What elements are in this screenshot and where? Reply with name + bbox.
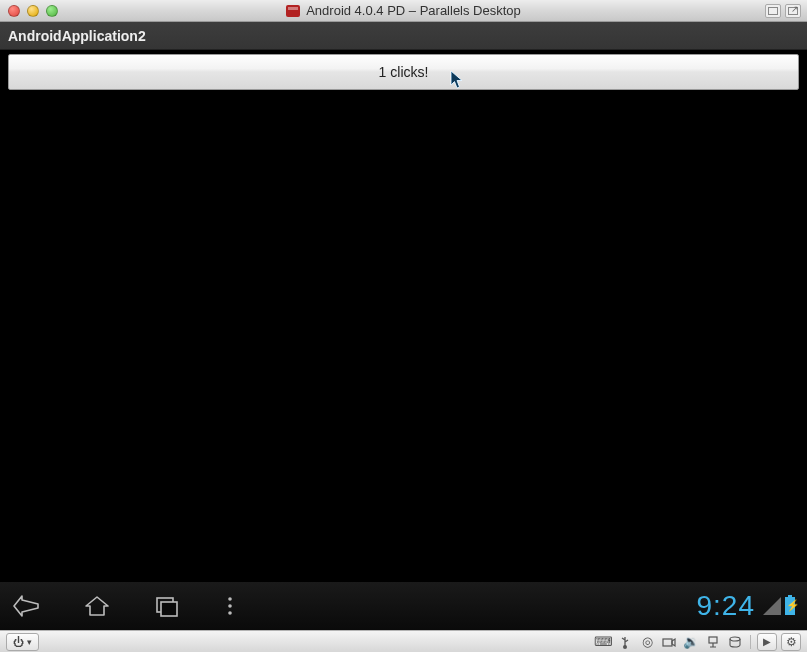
enter-fullscreen-button[interactable] bbox=[785, 4, 801, 18]
status-clock[interactable]: 9:24 bbox=[697, 590, 756, 622]
toolbar-separator bbox=[750, 635, 751, 649]
settings-button[interactable]: ⚙ bbox=[781, 633, 801, 651]
close-window-button[interactable] bbox=[8, 5, 20, 17]
svg-rect-6 bbox=[663, 639, 672, 646]
menu-icon[interactable] bbox=[222, 594, 238, 618]
power-menu-button[interactable]: ⏻ ▾ bbox=[6, 633, 39, 651]
play-icon: ▶ bbox=[763, 636, 771, 647]
titlebar-right-controls bbox=[765, 4, 807, 18]
network-icon[interactable] bbox=[704, 634, 722, 650]
svg-point-8 bbox=[730, 637, 740, 641]
sound-icon[interactable]: 🔉 bbox=[682, 634, 700, 650]
disc-icon[interactable]: ◎ bbox=[638, 634, 656, 650]
svg-rect-1 bbox=[161, 602, 177, 616]
android-app-title: AndroidApplication2 bbox=[8, 28, 146, 44]
usb-icon[interactable] bbox=[616, 634, 634, 650]
svg-point-4 bbox=[228, 611, 232, 615]
power-icon: ⏻ bbox=[13, 636, 24, 648]
gear-icon: ⚙ bbox=[786, 635, 797, 649]
home-icon[interactable] bbox=[82, 594, 112, 618]
android-navbar: 9:24 ⚡ bbox=[0, 582, 807, 630]
minimize-window-button[interactable] bbox=[27, 5, 39, 17]
click-counter-button[interactable]: 1 clicks! bbox=[8, 54, 799, 90]
parallels-toolbar: ⏻ ▾ ⌨ ◎ 🔉 ▶ ⚙ bbox=[0, 630, 807, 652]
click-counter-label: 1 clicks! bbox=[379, 64, 429, 80]
android-app-titlebar: AndroidApplication2 bbox=[0, 22, 807, 50]
back-icon[interactable] bbox=[12, 594, 42, 618]
svg-point-2 bbox=[228, 597, 232, 601]
battery-charging-icon: ⚡ bbox=[785, 597, 795, 615]
zoom-window-button[interactable] bbox=[46, 5, 58, 17]
svg-point-3 bbox=[228, 604, 232, 608]
svg-rect-7 bbox=[709, 637, 717, 643]
nav-buttons bbox=[12, 594, 238, 618]
coherence-button[interactable]: ▶ bbox=[757, 633, 777, 651]
status-icons[interactable]: ⚡ bbox=[763, 597, 795, 615]
dropdown-arrow-icon: ▾ bbox=[27, 637, 32, 647]
drive-icon[interactable] bbox=[726, 634, 744, 650]
recent-apps-icon[interactable] bbox=[152, 594, 182, 618]
window-title-text: Android 4.0.4 PD – Parallels Desktop bbox=[306, 3, 521, 18]
keyboard-icon[interactable]: ⌨ bbox=[594, 634, 612, 650]
parallels-icon bbox=[286, 5, 300, 17]
camera-icon[interactable] bbox=[660, 634, 678, 650]
traffic-lights bbox=[0, 5, 58, 17]
mac-titlebar: Android 4.0.4 PD – Parallels Desktop bbox=[0, 0, 807, 22]
window-title: Android 4.0.4 PD – Parallels Desktop bbox=[0, 3, 807, 18]
window-mode-button[interactable] bbox=[765, 4, 781, 18]
signal-icon bbox=[763, 597, 781, 615]
vm-screen[interactable]: AndroidApplication2 1 clicks! 9:24 bbox=[0, 22, 807, 630]
